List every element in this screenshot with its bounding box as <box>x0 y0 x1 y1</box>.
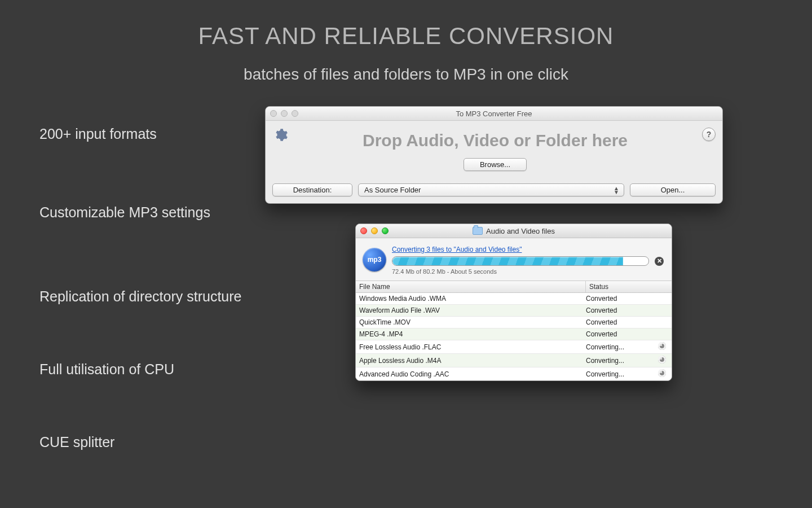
destination-select-value: As Source Folder <box>364 186 421 194</box>
cell-status: Converted <box>582 293 652 304</box>
progress-window-titlebar[interactable]: Audio and Video files <box>356 224 672 238</box>
cell-status: Converting... <box>582 369 652 380</box>
chevron-updown-icon: ▲▼ <box>614 186 619 194</box>
page-title: FAST AND RELIABLE CONVERSION <box>0 23 812 50</box>
cell-file-name: Apple Lossless Audio .M4A <box>356 355 582 366</box>
cell-file-name: Advanced Audio Coding .AAC <box>356 369 582 380</box>
progress-window: Audio and Video files mp3 Converting 3 f… <box>355 224 672 381</box>
table-row[interactable]: Waveform Audio File .WAVConverted <box>356 305 672 317</box>
feature-cpu: Full utilisation of CPU <box>39 361 265 378</box>
cell-busy <box>652 367 672 380</box>
table-row[interactable]: Apple Lossless Audio .M4AConverting... <box>356 354 672 367</box>
feature-input-formats: 200+ input formats <box>39 126 265 142</box>
destination-select[interactable]: As Source Folder ▲▼ <box>358 183 624 196</box>
cell-file-name: Waveform Audio File .WAV <box>356 305 582 316</box>
table-row[interactable]: Windows Media Audio .WMAConverted <box>356 293 672 305</box>
cell-busy <box>652 354 672 367</box>
cell-status: Converted <box>582 317 652 328</box>
folder-icon <box>473 227 483 235</box>
drop-window-titlebar[interactable]: To MP3 Converter Free <box>266 107 722 121</box>
spinner-icon <box>658 356 666 364</box>
table-row[interactable]: MPEG-4 .MP4Converted <box>356 329 672 340</box>
browse-button[interactable]: Browse... <box>464 158 527 171</box>
cell-status: Converted <box>582 305 652 316</box>
cell-busy <box>652 332 672 336</box>
cell-status: Converted <box>582 329 652 340</box>
table-row[interactable]: Advanced Audio Coding .AACConverting... <box>356 367 672 380</box>
gear-icon[interactable] <box>273 128 288 142</box>
cell-busy <box>652 340 672 353</box>
cancel-icon[interactable]: ✕ <box>655 257 664 266</box>
drop-zone-text[interactable]: Drop Audio, Video or Folder here <box>288 131 702 150</box>
table-row[interactable]: Free Lossless Audio .FLACConverting... <box>356 340 672 354</box>
table-row[interactable]: QuickTime .MOVConverted <box>356 317 672 329</box>
feature-cue-splitter: CUE splitter <box>39 434 265 450</box>
progress-window-title: Audio and Video files <box>486 227 555 235</box>
mp3-badge-icon: mp3 <box>363 248 386 271</box>
open-button[interactable]: Open... <box>630 183 716 196</box>
progress-bar <box>392 256 649 266</box>
cell-busy <box>652 321 672 324</box>
cell-busy <box>652 309 672 312</box>
column-file-name[interactable]: File Name <box>356 281 586 292</box>
cell-busy <box>652 297 672 300</box>
feature-mp3-settings: Customizable MP3 settings <box>39 204 265 221</box>
feature-dir-structure: Replication of directory structure <box>39 288 265 305</box>
spinner-icon <box>658 342 666 350</box>
drop-window-title: To MP3 Converter Free <box>266 110 722 118</box>
spinner-icon <box>658 369 666 377</box>
table-header: File Name Status <box>356 281 672 293</box>
progress-link[interactable]: Converting 3 files to "Audio and Video f… <box>392 246 522 253</box>
cell-status: Converting... <box>582 355 652 366</box>
destination-button[interactable]: Destination: <box>272 183 352 196</box>
cell-status: Converting... <box>582 341 652 353</box>
drop-window: To MP3 Converter Free Drop Audio, Video … <box>265 106 723 204</box>
column-status[interactable]: Status <box>586 281 672 292</box>
cell-file-name: MPEG-4 .MP4 <box>356 329 582 340</box>
progress-bar-fill <box>392 257 623 265</box>
help-icon[interactable]: ? <box>702 128 716 141</box>
cell-file-name: Free Lossless Audio .FLAC <box>356 341 582 353</box>
cell-file-name: QuickTime .MOV <box>356 317 582 328</box>
page-subtitle: batches of files and folders to MP3 in o… <box>0 65 812 84</box>
cell-file-name: Windows Media Audio .WMA <box>356 293 582 304</box>
progress-subtext: 72.4 Mb of 80.2 Mb - About 5 seconds <box>392 268 664 275</box>
